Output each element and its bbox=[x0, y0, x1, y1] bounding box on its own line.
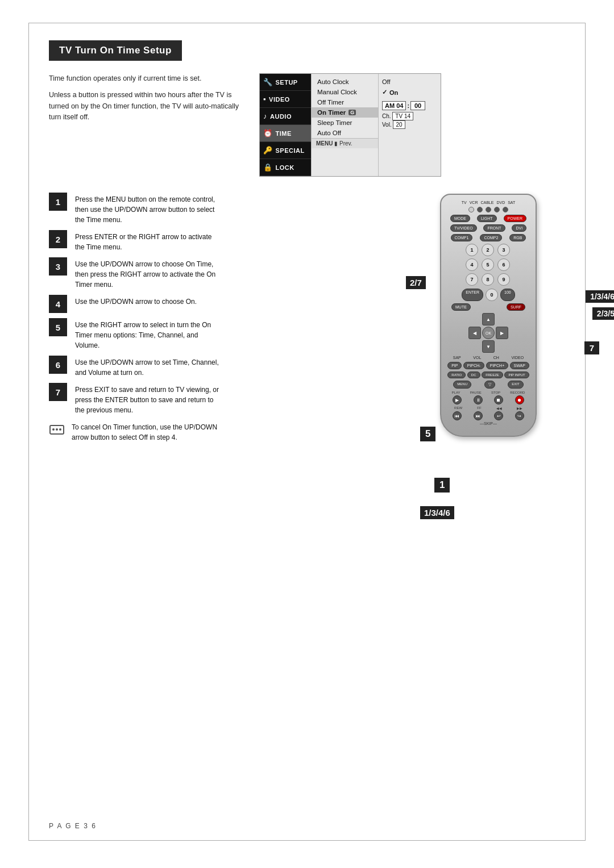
ontimer-badge: G bbox=[349, 110, 356, 115]
step-text-6: Use the UP/DOWN arrow to set Time, Chann… bbox=[75, 356, 223, 378]
step-number-6: 6 bbox=[49, 356, 67, 374]
enter-btn[interactable]: ENTER bbox=[462, 289, 483, 301]
num-8[interactable]: 8 bbox=[482, 273, 494, 286]
ch-label: Ch. bbox=[382, 113, 392, 119]
arrow-center[interactable]: OK bbox=[482, 327, 495, 339]
dot-cable bbox=[486, 207, 491, 212]
callout-27: 2/7 bbox=[406, 276, 426, 289]
remote-body: TV VCR CABLE DVD SAT MODE LIGHT POWER bbox=[440, 194, 537, 437]
menu-bottom-bar: MENU ▮ Prev. bbox=[312, 138, 378, 148]
intro-line1: Time function operates only if current t… bbox=[49, 73, 242, 84]
num-5[interactable]: 5 bbox=[482, 258, 494, 271]
menu-item-autooff[interactable]: Auto Off bbox=[312, 128, 378, 138]
num-2[interactable]: 2 bbox=[482, 244, 494, 256]
src-tv: TV bbox=[462, 201, 467, 205]
light-btn[interactable]: LIGHT bbox=[477, 215, 497, 222]
main-menu: Auto Clock Manual Clock Off Timer On Tim… bbox=[311, 74, 378, 176]
num-9[interactable]: 9 bbox=[497, 273, 510, 286]
menu-item-manualclock[interactable]: Manual Clock bbox=[312, 87, 378, 97]
sidebar-item-time[interactable]: ⏰ TIME bbox=[260, 125, 311, 142]
menu-item-autoclock[interactable]: Auto Clock bbox=[312, 77, 378, 87]
sidebar-audio-label: AUDIO bbox=[270, 113, 292, 120]
stop-label: STOP bbox=[491, 391, 500, 394]
dot-vcr bbox=[477, 207, 483, 212]
arrow-left[interactable]: ◀ bbox=[468, 327, 481, 339]
ratio-btn[interactable]: RATIO bbox=[447, 372, 466, 378]
pip-row: PIP PIPCH- PIPCH+ SWAP bbox=[447, 362, 530, 369]
arrow-down[interactable]: ▼ bbox=[482, 340, 495, 353]
rgb-btn[interactable]: RGB bbox=[509, 234, 526, 241]
mute-btn[interactable]: MUTE bbox=[451, 303, 471, 311]
num-6[interactable]: 6 bbox=[497, 258, 510, 271]
ff-btn[interactable]: ⏭ bbox=[474, 411, 483, 420]
num-0[interactable]: 0 bbox=[486, 289, 498, 301]
num-7[interactable]: 7 bbox=[466, 273, 478, 286]
arrow-up[interactable]: ▲ bbox=[482, 313, 495, 326]
sidebar-item-video[interactable]: ▪ VIDEO bbox=[260, 91, 311, 108]
page-container: TV Turn On Time Setup Time function oper… bbox=[28, 23, 586, 841]
arrow-right[interactable]: ▶ bbox=[496, 327, 508, 339]
skip-fwd-btn[interactable]: ↪ bbox=[515, 411, 524, 420]
nav-down-btn[interactable]: ▽ bbox=[484, 381, 495, 389]
submenu-off[interactable]: Off bbox=[382, 77, 437, 87]
num-3[interactable]: 3 bbox=[497, 244, 510, 256]
menu-item-sleeptimer[interactable]: Sleep Timer bbox=[312, 118, 378, 128]
left-column: Time function operates only if current t… bbox=[49, 73, 242, 177]
pipch-plus-btn[interactable]: PIPCH+ bbox=[486, 362, 508, 369]
hundred-btn[interactable]: 100 bbox=[500, 289, 515, 301]
dc-btn[interactable]: DC bbox=[467, 372, 480, 378]
num-4[interactable]: 4 bbox=[466, 258, 478, 271]
exit-btn[interactable]: EXIT bbox=[508, 381, 523, 389]
play-btn[interactable]: ▶ bbox=[453, 395, 462, 404]
mode-row: MODE LIGHT POWER bbox=[447, 215, 530, 222]
step-text-7: Press EXIT to save and return to TV view… bbox=[75, 383, 223, 415]
enter-zero-row: ENTER 0 100 bbox=[447, 289, 530, 301]
svg-point-1 bbox=[52, 428, 55, 431]
front-btn[interactable]: FRONT bbox=[483, 224, 505, 232]
num-1[interactable]: 1 bbox=[466, 244, 478, 256]
callout-right-7: 7 bbox=[584, 341, 599, 354]
tvrideo-row: TV/VIDEO FRONT DVI bbox=[447, 224, 530, 232]
vol-display: Vol. 20 bbox=[382, 122, 437, 128]
menu-item-ontimer[interactable]: On Timer G bbox=[312, 107, 378, 118]
menu-btn[interactable]: MENU bbox=[453, 381, 471, 389]
menu-nav-row: MENU ▽ EXIT bbox=[447, 381, 530, 389]
time-min-val: 00 bbox=[410, 101, 425, 110]
source-row: TV VCR CABLE DVD SAT bbox=[447, 201, 530, 205]
sidebar-item-audio[interactable]: ♪ AUDIO bbox=[260, 108, 311, 125]
menu-item-offtimer[interactable]: Off Timer bbox=[312, 97, 378, 107]
ch-display: Ch. TV 14 bbox=[382, 113, 437, 119]
skip-back-btn[interactable]: ↩ bbox=[494, 411, 503, 420]
rew-btn[interactable]: ⏮ bbox=[453, 411, 462, 420]
record-btn[interactable]: ⏺ bbox=[515, 395, 524, 404]
pip-input-btn[interactable]: PIP INPUT bbox=[504, 372, 529, 378]
svg-point-2 bbox=[56, 428, 58, 431]
pip-btn[interactable]: PIP bbox=[447, 362, 462, 369]
callout-right-1346: 1/3/4/6 bbox=[586, 290, 614, 303]
stop-btn[interactable]: ⏹ bbox=[494, 395, 503, 404]
callout-1346-bottom: 1/3/4/6 bbox=[420, 506, 454, 519]
page-title: TV Turn On Time Setup bbox=[49, 40, 182, 61]
menu-label: MENU bbox=[316, 140, 333, 147]
pipch-minus-btn[interactable]: PIPCH- bbox=[463, 362, 485, 369]
comp2-btn[interactable]: COMP2 bbox=[480, 234, 502, 241]
sidebar-item-setup[interactable]: 🔧 SETUP bbox=[260, 74, 311, 91]
power-btn[interactable]: POWER bbox=[504, 215, 526, 222]
sidebar-item-special[interactable]: 🔑 SPECIAL bbox=[260, 142, 311, 159]
tvvideo-btn[interactable]: TV/VIDEO bbox=[450, 224, 477, 232]
comp1-btn[interactable]: COMP1 bbox=[451, 234, 473, 241]
lock-icon: 🔒 bbox=[263, 163, 273, 172]
dvi-btn[interactable]: DVI bbox=[512, 224, 526, 232]
source-dots bbox=[447, 207, 530, 212]
surf-btn[interactable]: SURF bbox=[507, 303, 525, 311]
swap-btn[interactable]: SWAP bbox=[510, 362, 529, 369]
freeze-btn[interactable]: FREEZE bbox=[482, 372, 503, 378]
sidebar-time-label: TIME bbox=[276, 130, 292, 137]
tv-menu-panel: 🔧 SETUP ▪ VIDEO ♪ AUDIO ⏰ TIME bbox=[259, 73, 441, 177]
pause-btn[interactable]: ⏸ bbox=[474, 395, 483, 404]
submenu-on[interactable]: ✓ On bbox=[382, 87, 437, 98]
sidebar-item-lock[interactable]: 🔒 LOCK bbox=[260, 159, 311, 176]
setup-icon: 🔧 bbox=[263, 78, 273, 86]
pad-empty-tl bbox=[468, 313, 481, 326]
mode-btn[interactable]: MODE bbox=[450, 215, 470, 222]
